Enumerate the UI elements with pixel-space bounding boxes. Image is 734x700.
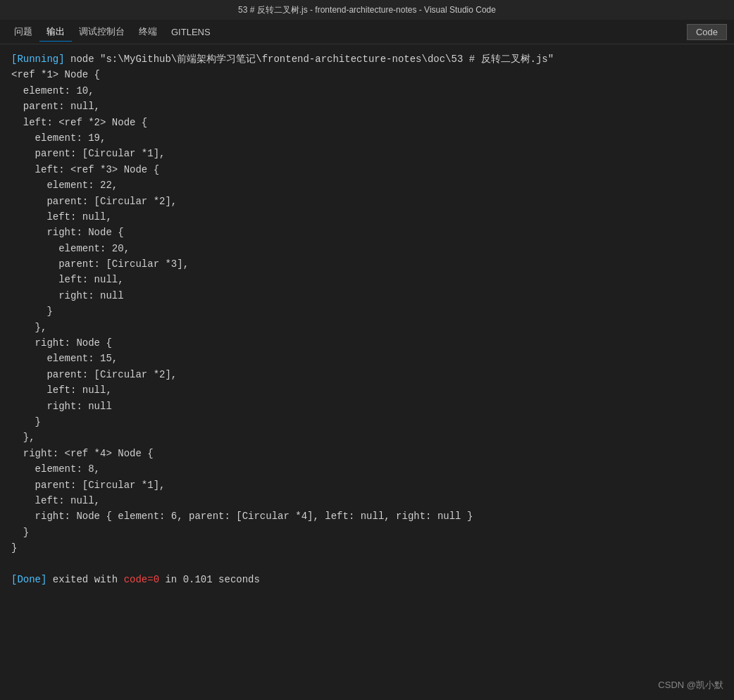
output-line-7: left: <ref *3> Node {	[11, 162, 723, 177]
output-line-25: right: <ref *4> Node {	[11, 446, 723, 461]
output-line-28: left: null,	[11, 493, 723, 508]
menu-bar: 问题 输出 调试控制台 终端 GITLENS Code	[0, 20, 734, 44]
menu-item-gitlens[interactable]: GITLENS	[164, 24, 218, 40]
output-line-17: },	[11, 320, 723, 335]
output-line-13: parent: [Circular *3],	[11, 256, 723, 272]
output-line-5: element: 19,	[11, 130, 723, 146]
output-line-24: },	[11, 430, 723, 445]
output-line-29: right: Node { element: 6, parent: [Circu…	[11, 508, 723, 524]
output-line-21: left: null,	[11, 382, 723, 398]
output-line-19: element: 15,	[11, 351, 723, 366]
output-line-11: right: Node {	[11, 225, 723, 240]
output-line-31: }	[11, 540, 723, 556]
output-line-15: right: null	[11, 288, 723, 304]
title-text: 53 # 反转二叉树.js - frontend-architecture-no…	[238, 4, 496, 16]
output-line-2: element: 10,	[11, 83, 723, 99]
output-line-12: element: 20,	[11, 241, 723, 256]
menu-item-output[interactable]: 输出	[39, 23, 72, 42]
running-line: [Running] node "s:\MyGithub\前端架构学习笔记\fro…	[11, 51, 723, 67]
watermark: CSDN @凯小默	[658, 679, 723, 692]
output-line-16: }	[11, 304, 723, 319]
output-empty-line	[11, 556, 723, 572]
output-line-14: left: null,	[11, 272, 723, 287]
output-line-27: parent: [Circular *1],	[11, 477, 723, 493]
output-line-3: parent: null,	[11, 99, 723, 114]
menu-item-debug[interactable]: 调试控制台	[72, 23, 132, 41]
code-button[interactable]: Code	[687, 24, 727, 40]
menu-item-problems[interactable]: 问题	[7, 23, 39, 41]
output-line-6: parent: [Circular *1],	[11, 146, 723, 161]
output-line-8: element: 22,	[11, 177, 723, 193]
output-line-4: left: <ref *2> Node {	[11, 115, 723, 130]
output-line-9: parent: [Circular *2],	[11, 194, 723, 209]
done-line: [Done] exited with code=0 in 0.101 secon…	[11, 572, 723, 587]
title-bar: 53 # 反转二叉树.js - frontend-architecture-no…	[0, 0, 734, 20]
menu-item-terminal[interactable]: 终端	[132, 23, 164, 41]
output-line-26: element: 8,	[11, 461, 723, 477]
output-line-23: }	[11, 414, 723, 430]
output-line-20: parent: [Circular *2],	[11, 367, 723, 382]
output-line-18: right: Node {	[11, 335, 723, 351]
terminal-output: [Running] node "s:\MyGithub\前端架构学习笔记\fro…	[0, 44, 734, 700]
output-line-10: left: null,	[11, 209, 723, 225]
output-line-30: }	[11, 525, 723, 540]
output-line-1: <ref *1> Node {	[11, 67, 723, 82]
output-line-22: right: null	[11, 399, 723, 414]
